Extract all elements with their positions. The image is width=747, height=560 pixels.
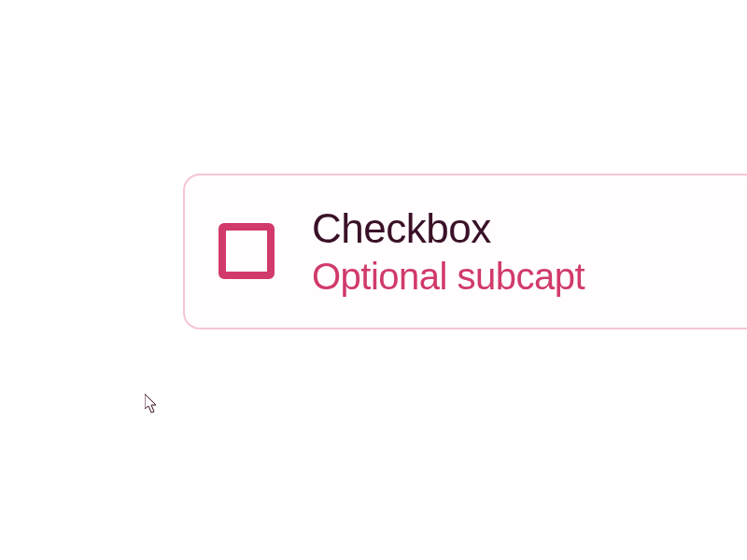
checkbox-subcaption: Optional subcapt	[312, 255, 585, 298]
checkbox-text-group: Checkbox Optional subcapt	[312, 205, 585, 298]
checkbox-card[interactable]: Checkbox Optional subcapt	[183, 174, 747, 329]
checkbox-label: Checkbox	[312, 205, 585, 253]
cursor-icon	[145, 394, 160, 414]
checkbox-input[interactable]	[218, 223, 275, 279]
